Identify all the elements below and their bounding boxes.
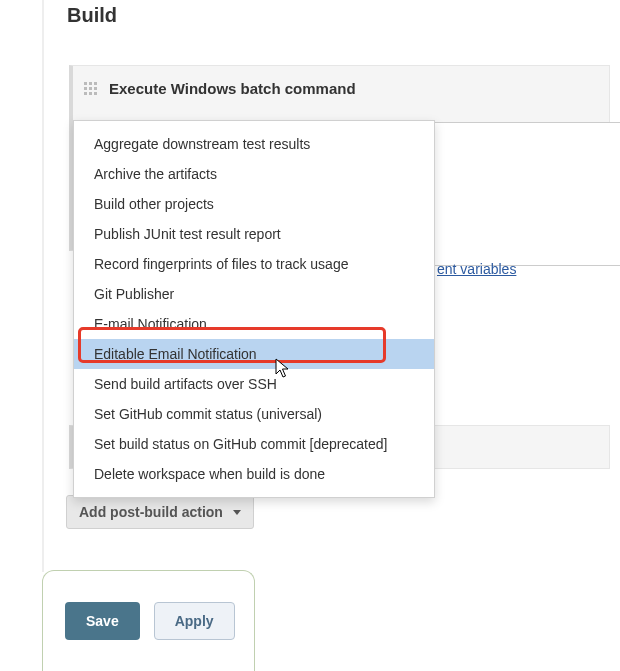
dropdown-item[interactable]: Editable Email Notification bbox=[74, 339, 434, 369]
post-build-action-dropdown: Aggregate downstream test resultsArchive… bbox=[73, 120, 435, 498]
section-title-build: Build bbox=[67, 4, 117, 27]
svg-rect-8 bbox=[94, 92, 97, 95]
dropdown-item[interactable]: Send build artifacts over SSH bbox=[74, 369, 434, 399]
dropdown-item[interactable]: Publish JUnit test result report bbox=[74, 219, 434, 249]
add-post-build-action-button[interactable]: Add post-build action bbox=[66, 495, 254, 529]
dropdown-item[interactable]: Archive the artifacts bbox=[74, 159, 434, 189]
svg-rect-0 bbox=[84, 82, 87, 85]
environment-variables-link[interactable]: ent variables bbox=[437, 261, 516, 277]
apply-button[interactable]: Apply bbox=[154, 602, 235, 640]
svg-rect-6 bbox=[84, 92, 87, 95]
caret-down-icon bbox=[233, 510, 241, 515]
dropdown-item[interactable]: Aggregate downstream test results bbox=[74, 129, 434, 159]
drag-handle-icon[interactable] bbox=[83, 81, 99, 97]
dropdown-item[interactable]: Delete workspace when build is done bbox=[74, 459, 434, 489]
save-button[interactable]: Save bbox=[65, 602, 140, 640]
dropdown-item[interactable]: Set GitHub commit status (universal) bbox=[74, 399, 434, 429]
dropdown-item[interactable]: E-mail Notification bbox=[74, 309, 434, 339]
build-step-header: Execute Windows batch command bbox=[73, 66, 609, 111]
dropdown-item[interactable]: Set build status on GitHub commit [depre… bbox=[74, 429, 434, 459]
add-post-build-action-label: Add post-build action bbox=[79, 504, 223, 520]
build-step-title: Execute Windows batch command bbox=[109, 80, 356, 97]
svg-rect-4 bbox=[89, 87, 92, 90]
footer-actions: Save Apply bbox=[42, 570, 255, 671]
svg-rect-7 bbox=[89, 92, 92, 95]
svg-rect-1 bbox=[89, 82, 92, 85]
svg-rect-3 bbox=[84, 87, 87, 90]
dropdown-item[interactable]: Record fingerprints of files to track us… bbox=[74, 249, 434, 279]
dropdown-item[interactable]: Build other projects bbox=[74, 189, 434, 219]
dropdown-item[interactable]: Git Publisher bbox=[74, 279, 434, 309]
svg-rect-2 bbox=[94, 82, 97, 85]
left-border-decoration bbox=[42, 0, 44, 572]
svg-rect-5 bbox=[94, 87, 97, 90]
